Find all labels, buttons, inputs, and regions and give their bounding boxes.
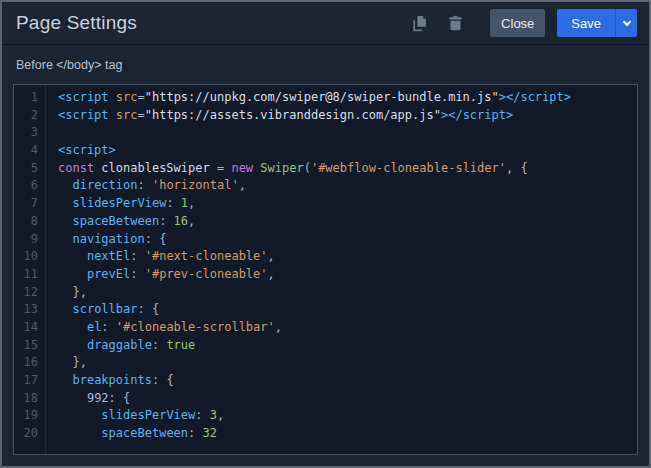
code-line: slidesPerView: 1, (58, 195, 637, 213)
code-line: spaceBetween: 16, (58, 213, 637, 231)
code-line: }, (58, 284, 637, 302)
chevron-down-icon (622, 17, 630, 25)
line-number: 19 (14, 407, 38, 425)
line-number: 20 (14, 425, 38, 443)
line-number: 13 (14, 301, 38, 319)
line-number: 11 (14, 266, 38, 284)
line-number: 14 (14, 319, 38, 337)
code-line (58, 124, 637, 142)
save-split-button: Save (557, 9, 637, 37)
before-body-tag-label: Before </body> tag (16, 58, 122, 72)
modal-header: Page Settings (2, 2, 649, 45)
code-line: <script> (58, 142, 637, 160)
line-number: 7 (14, 195, 38, 213)
code-editor[interactable]: 1234567891011121314151617181920 <script … (13, 84, 638, 455)
line-number: 6 (14, 177, 38, 195)
page-title: Page Settings (16, 12, 137, 34)
duplicate-page-icon (411, 15, 428, 32)
line-number: 9 (14, 231, 38, 249)
duplicate-page-button[interactable] (408, 12, 430, 34)
line-number: 12 (14, 284, 38, 302)
header-actions: Close Save (408, 9, 637, 37)
editor-code: <script src="https://unpkg.com/swiper@8/… (46, 85, 637, 454)
code-line: draggable: true (58, 337, 637, 355)
line-number: 15 (14, 337, 38, 355)
editor-gutter: 1234567891011121314151617181920 (14, 85, 46, 454)
page-settings-modal: Page Settings (0, 0, 651, 468)
close-button[interactable]: Close (490, 9, 545, 37)
code-line: 992: { (58, 390, 637, 408)
line-number: 4 (14, 142, 38, 160)
line-number: 3 (14, 124, 38, 142)
line-number: 10 (14, 248, 38, 266)
code-line: direction: 'horizontal', (58, 177, 637, 195)
save-dropdown-button[interactable] (615, 9, 637, 37)
code-line: spaceBetween: 32 (58, 425, 637, 443)
line-number: 18 (14, 390, 38, 408)
line-number: 8 (14, 213, 38, 231)
trash-icon (448, 15, 463, 31)
code-line: slidesPerView: 3, (58, 407, 637, 425)
code-line: navigation: { (58, 231, 637, 249)
line-number: 17 (14, 372, 38, 390)
code-line: <script src="https://unpkg.com/swiper@8/… (58, 89, 637, 107)
code-line: prevEl: '#prev-cloneable', (58, 266, 637, 284)
line-number: 16 (14, 354, 38, 372)
delete-page-button[interactable] (444, 12, 466, 34)
code-line: const clonablesSwiper = new Swiper('#web… (58, 160, 637, 178)
save-button[interactable]: Save (557, 9, 615, 37)
line-number: 2 (14, 107, 38, 125)
code-line: <script src="https://assets.vibranddesig… (58, 107, 637, 125)
code-line: }, (58, 354, 637, 372)
code-line: breakpoints: { (58, 372, 637, 390)
line-number: 5 (14, 160, 38, 178)
code-line: el: '#cloneable-scrollbar', (58, 319, 637, 337)
code-section-header: Before </body> tag (2, 45, 649, 84)
line-number: 1 (14, 89, 38, 107)
code-line: nextEl: '#next-cloneable', (58, 248, 637, 266)
code-line: scrollbar: { (58, 301, 637, 319)
